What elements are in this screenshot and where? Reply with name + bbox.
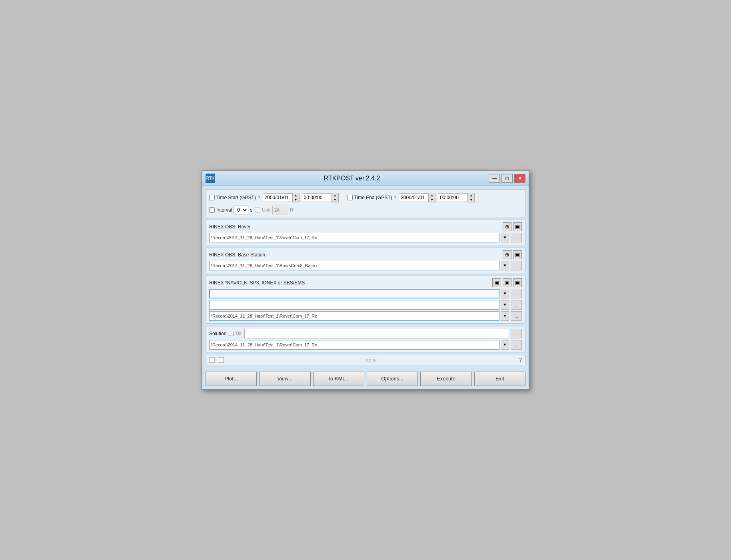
- time-start-date-down[interactable]: ▼: [293, 198, 299, 202]
- to-kml-button[interactable]: To KML...: [313, 372, 364, 386]
- time-end-date-group: ▲ ▼: [399, 193, 435, 202]
- unit-group: Unit H: [255, 206, 293, 214]
- solution-header-row: Solution Dir ...: [209, 329, 522, 338]
- rinex-base-dropdown[interactable]: ▼: [501, 261, 509, 270]
- minimize-button[interactable]: —: [489, 174, 500, 183]
- status-text: done: [227, 357, 516, 363]
- time-start-help[interactable]: ?: [258, 195, 260, 200]
- time-end-time-input[interactable]: [438, 193, 468, 202]
- unit-input[interactable]: [272, 206, 288, 214]
- time-start-time-group: ▲ ▼: [302, 193, 339, 202]
- rinex-rover-doc-icon[interactable]: ▣: [513, 222, 522, 231]
- time-end-group: Time End (GPST) ?: [347, 195, 397, 200]
- interval-separator: [479, 192, 479, 203]
- main-content: Time Start (GPST) ? ▲ ▼ ▲ ▼: [202, 186, 529, 368]
- interval-checkbox[interactable]: [209, 207, 215, 213]
- rinex-base-file-row: ▼ ...: [209, 261, 522, 270]
- time-end-date-down[interactable]: ▼: [429, 198, 435, 202]
- rinex-nav-file-input-2[interactable]: [209, 300, 499, 310]
- status-check-2: [218, 357, 224, 363]
- time-start-time-input[interactable]: [302, 193, 332, 202]
- rinex-base-browse[interactable]: ...: [511, 261, 522, 270]
- rinex-rover-title: RINEX OBS: Rover: [209, 224, 251, 230]
- rinex-nav-file-input-3[interactable]: [209, 311, 499, 321]
- time-start-time-down[interactable]: ▼: [332, 198, 338, 202]
- time-end-time-up[interactable]: ▲: [468, 193, 474, 198]
- time-section: Time Start (GPST) ? ▲ ▼ ▲ ▼: [206, 189, 525, 217]
- rinex-nav-browse-2[interactable]: ...: [511, 300, 522, 310]
- solution-file-browse[interactable]: ...: [511, 340, 522, 350]
- rinex-nav-browse-1[interactable]: ...: [511, 289, 522, 298]
- rinex-nav-doc-icon-2[interactable]: ▣: [503, 278, 511, 287]
- execute-button[interactable]: Execute: [420, 372, 471, 386]
- rinex-base-globe-icon[interactable]: ⊕: [503, 250, 511, 259]
- time-end-date-up[interactable]: ▲: [429, 193, 435, 198]
- time-row: Time Start (GPST) ? ▲ ▼ ▲ ▼: [209, 192, 522, 214]
- rinex-rover-dropdown[interactable]: ▼: [501, 233, 509, 242]
- time-start-group: Time Start (GPST) ?: [209, 195, 260, 200]
- interval-checkbox-label[interactable]: Interval: [209, 207, 232, 213]
- rinex-base-doc-icon[interactable]: ▣: [513, 250, 522, 259]
- exit-button[interactable]: Exit: [474, 372, 525, 386]
- rinex-nav-header: RINEX *NAV/CLK, SP3, IONEX or SBS/EMS ▣ …: [209, 278, 522, 287]
- window-title: RTKPOST ver.2.4.2: [324, 175, 380, 182]
- rinex-nav-doc-icon-1[interactable]: ▣: [492, 278, 501, 287]
- rinex-rover-file-input[interactable]: [209, 233, 499, 242]
- rinex-nav-dropdown-2[interactable]: ▼: [501, 300, 509, 310]
- time-end-date-input[interactable]: [399, 193, 429, 202]
- time-end-time-group: ▲ ▼: [438, 193, 475, 202]
- time-end-time-down[interactable]: ▼: [468, 198, 474, 202]
- rinex-nav-section: RINEX *NAV/CLK, SP3, IONEX or SBS/EMS ▣ …: [206, 276, 525, 324]
- title-bar-center: RTKPOST ver.2.4.2: [215, 175, 489, 182]
- rinex-base-section: RINEX OBS: Base Station ⊕ ▣ ▼ ...: [206, 248, 525, 273]
- plot-button[interactable]: Plot...: [206, 372, 257, 386]
- rinex-base-icons: ⊕ ▣: [503, 250, 522, 259]
- time-start-time-spinners: ▲ ▼: [332, 193, 339, 202]
- unit-label: Unit: [262, 207, 270, 213]
- unit-checkbox[interactable]: [255, 207, 260, 213]
- solution-file-input[interactable]: [209, 340, 499, 350]
- solution-dir-checkbox[interactable]: [229, 331, 234, 336]
- time-end-checkbox[interactable]: [347, 195, 353, 200]
- rinex-nav-file-input-1[interactable]: [209, 289, 499, 298]
- solution-file-dropdown[interactable]: ▼: [501, 340, 509, 350]
- rinex-base-file-input[interactable]: [209, 261, 499, 270]
- interval-group: Interval 0 s: [209, 206, 252, 214]
- time-start-date-input[interactable]: [263, 193, 293, 202]
- rinex-nav-browse-3[interactable]: ...: [511, 311, 522, 321]
- rinex-rover-browse[interactable]: ...: [511, 233, 522, 242]
- rinex-rover-section: RINEX OBS: Rover ⊕ ▣ ▼ ...: [206, 220, 525, 245]
- main-window: RTK RTKPOST ver.2.4.2 — □ ✕ Time Start (…: [202, 170, 529, 390]
- solution-label: Solution: [209, 331, 226, 336]
- time-end-checkbox-label[interactable]: Time End (GPST): [347, 195, 392, 200]
- time-start-date-up[interactable]: ▲: [293, 193, 299, 198]
- close-button[interactable]: ✕: [514, 174, 525, 183]
- rinex-nav-file-row-1: ▼ ...: [209, 289, 522, 298]
- restore-button[interactable]: □: [501, 174, 513, 183]
- rinex-nav-doc-icon-3[interactable]: ▣: [513, 278, 522, 287]
- status-help[interactable]: ?: [519, 357, 522, 363]
- rinex-rover-globe-icon[interactable]: ⊕: [503, 222, 511, 231]
- time-end-help[interactable]: ?: [394, 195, 397, 200]
- solution-dir-label: Dir: [236, 331, 242, 336]
- time-start-time-up[interactable]: ▲: [332, 193, 338, 198]
- view-button[interactable]: View...: [259, 372, 310, 386]
- rinex-nav-icons: ▣ ▣ ▣: [492, 278, 522, 287]
- rinex-nav-dropdown-3[interactable]: ▼: [501, 311, 509, 321]
- solution-dir-browse[interactable]: ...: [511, 329, 522, 338]
- rinex-rover-file-row: ▼ ...: [209, 233, 522, 242]
- rinex-nav-title: RINEX *NAV/CLK, SP3, IONEX or SBS/EMS: [209, 280, 305, 286]
- options-button[interactable]: Options...: [367, 372, 418, 386]
- unit-unit-label: H: [290, 207, 294, 213]
- time-start-checkbox-label[interactable]: Time Start (GPST): [209, 195, 256, 200]
- time-end-label: Time End (GPST): [354, 195, 392, 200]
- status-check-1: [209, 357, 215, 363]
- title-bar-left: RTK: [206, 174, 215, 183]
- time-start-checkbox[interactable]: [209, 195, 215, 200]
- rinex-rover-icons: ⊕ ▣: [503, 222, 522, 231]
- unit-checkbox-label[interactable]: Unit: [255, 207, 270, 213]
- solution-dir-checkbox-label[interactable]: Dir: [229, 331, 242, 336]
- interval-select[interactable]: 0: [234, 206, 248, 214]
- solution-dir-input[interactable]: [244, 329, 508, 338]
- rinex-nav-dropdown-1[interactable]: ▼: [501, 289, 509, 298]
